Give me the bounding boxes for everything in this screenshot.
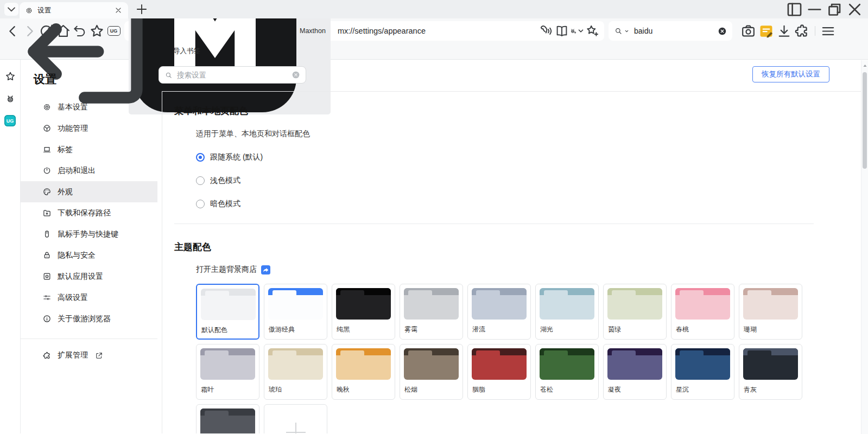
downloads-button[interactable] xyxy=(776,23,793,40)
bee-icon xyxy=(4,93,16,105)
sidebar-item-5[interactable]: 下载和保存路径 xyxy=(21,202,157,224)
theme-name: 傲游经典 xyxy=(269,325,295,334)
theme-colors-section-title: 主题配色 xyxy=(174,241,868,253)
scrollbar-thumb[interactable] xyxy=(863,72,867,169)
radio-label: 暗色模式 xyxy=(210,199,240,209)
rail-bee-button[interactable] xyxy=(4,93,16,105)
new-tab-button[interactable] xyxy=(135,2,149,16)
theme-card-18[interactable] xyxy=(196,404,259,433)
theme-card-松烟[interactable]: 松烟 xyxy=(400,344,463,400)
theme-swatch xyxy=(743,348,798,380)
sidebar-item-0[interactable]: 基本设置 xyxy=(21,97,157,118)
theme-card-凝夜[interactable]: 凝夜 xyxy=(603,344,667,400)
menu-colors-section-title: 菜单和本地页配色 xyxy=(174,105,868,117)
radio-selected-icon[interactable] xyxy=(196,153,205,162)
theme-name: 晚秋 xyxy=(337,385,350,394)
theme-card-傲游经典[interactable]: 傲游经典 xyxy=(264,284,327,340)
page-scrollbar[interactable] xyxy=(861,60,868,434)
sidebar-item-9[interactable]: 高级设置 xyxy=(21,287,157,308)
book-icon xyxy=(554,23,569,39)
sidebar-item-extensions[interactable]: 扩展管理 xyxy=(21,339,157,360)
theme-name: 凝夜 xyxy=(608,385,621,394)
rail-ug-badge[interactable]: UG xyxy=(4,115,16,126)
theme-card-默认配色[interactable]: 默认配色 xyxy=(196,284,259,340)
theme-store-link[interactable]: 打开主题背景商店 xyxy=(196,265,257,275)
screenshot-button[interactable] xyxy=(740,23,757,40)
menu-button[interactable] xyxy=(820,23,837,40)
plus-icon xyxy=(135,2,149,16)
theme-name: 松烟 xyxy=(404,385,417,394)
restore-button[interactable] xyxy=(825,0,845,18)
theme-card-春桃[interactable]: 春桃 xyxy=(671,284,734,340)
scroll-up-icon[interactable] xyxy=(863,64,867,67)
restore-icon xyxy=(825,0,845,20)
close-window-button[interactable] xyxy=(845,0,865,18)
tab-window-icon xyxy=(42,145,52,154)
radio-option-0[interactable]: 跟随系统 (默认) xyxy=(196,152,868,162)
theme-card-茵绿[interactable]: 茵绿 xyxy=(603,284,667,340)
theme-card-纯黑[interactable]: 纯黑 xyxy=(332,284,395,340)
layout-toggle-button[interactable] xyxy=(784,0,804,18)
rail-favorites-button[interactable] xyxy=(4,71,16,82)
theme-card-潜流[interactable]: 潜流 xyxy=(467,284,531,340)
clear-search-icon[interactable] xyxy=(718,27,727,36)
tab-close-icon[interactable] xyxy=(114,6,123,15)
theme-swatch xyxy=(268,288,323,320)
sidebar-item-6[interactable]: 鼠标手势与快捷键 xyxy=(21,224,157,245)
tab-list-chevron-button[interactable] xyxy=(4,3,18,16)
theme-name: 默认配色 xyxy=(201,326,227,335)
store-arrow-icon[interactable] xyxy=(261,265,270,275)
sidebar-item-7[interactable]: 隐私与安全 xyxy=(21,245,157,266)
settings-search-box[interactable] xyxy=(159,66,306,84)
minimize-button[interactable] xyxy=(804,0,825,18)
sidebar-item-2[interactable]: 标签 xyxy=(21,139,157,160)
chevron-down-icon xyxy=(4,2,18,16)
theme-card-胭脂[interactable]: 胭脂 xyxy=(467,344,531,400)
theme-swatch xyxy=(607,348,662,380)
theme-card-add[interactable] xyxy=(264,404,327,433)
notes-button[interactable] xyxy=(758,23,775,40)
theme-card-琥珀[interactable]: 琥珀 xyxy=(264,344,327,400)
sidebar-item-10[interactable]: 关于傲游浏览器 xyxy=(21,308,157,329)
reset-defaults-button[interactable]: 恢复所有默认设置 xyxy=(752,66,829,82)
theme-name: 春桃 xyxy=(676,325,689,334)
sidebar-item-label: 外观 xyxy=(58,187,73,197)
quick-search-box[interactable] xyxy=(609,21,732,41)
clear-search-icon[interactable] xyxy=(292,71,300,79)
theme-card-星沉[interactable]: 星沉 xyxy=(671,344,734,400)
url-text[interactable]: mx://settings/appearance xyxy=(338,27,539,35)
read-aloud-button[interactable] xyxy=(539,23,554,39)
theme-card-珊瑚[interactable]: 珊瑚 xyxy=(739,284,802,340)
radio-option-1[interactable]: 浅色模式 xyxy=(196,176,868,186)
theme-name: 茵绿 xyxy=(608,325,621,334)
theme-card-晚秋[interactable]: 晚秋 xyxy=(332,344,395,400)
theme-swatch xyxy=(200,409,255,433)
active-tab[interactable]: 设置 xyxy=(20,2,128,18)
theme-card-湖光[interactable]: 湖光 xyxy=(535,284,599,340)
sidebar-item-4[interactable]: 外观 xyxy=(21,181,157,202)
theme-card-苍松[interactable]: 苍松 xyxy=(535,344,599,400)
import-bookmarks-label: 导入书签 xyxy=(173,47,200,56)
theme-card-青灰[interactable]: 青灰 xyxy=(739,344,802,400)
extensions-button[interactable] xyxy=(794,23,810,40)
radio-label: 浅色模式 xyxy=(210,176,240,186)
sidebar-item-3[interactable]: 启动和退出 xyxy=(21,160,157,181)
radio-icon[interactable] xyxy=(196,200,205,208)
sidebar-item-8[interactable]: 默认应用设置 xyxy=(21,266,157,287)
theme-card-雾霭[interactable]: 雾霭 xyxy=(400,284,463,340)
browser-window: 设置 UG Maxthon mx://settings xyxy=(0,0,868,434)
sidebar-item-1[interactable]: 功能管理 xyxy=(21,118,157,139)
settings-search-input[interactable] xyxy=(177,71,287,79)
settings-nav: 基本设置功能管理标签启动和退出外观下载和保存路径鼠标手势与快捷键隐私与安全默认应… xyxy=(21,97,157,329)
radio-option-2[interactable]: 暗色模式 xyxy=(196,199,868,209)
reader-mode-button[interactable] xyxy=(554,23,569,39)
bee-assistant-button[interactable] xyxy=(569,23,585,39)
sidebar-item-label: 鼠标手势与快捷键 xyxy=(58,229,118,239)
mouse-icon xyxy=(42,229,52,239)
gear-icon xyxy=(42,103,52,112)
theme-card-霜叶[interactable]: 霜叶 xyxy=(196,344,259,400)
close-icon xyxy=(845,0,865,20)
radio-icon[interactable] xyxy=(196,176,205,185)
add-favorite-button[interactable] xyxy=(585,23,600,39)
quick-search-input[interactable] xyxy=(634,27,716,35)
